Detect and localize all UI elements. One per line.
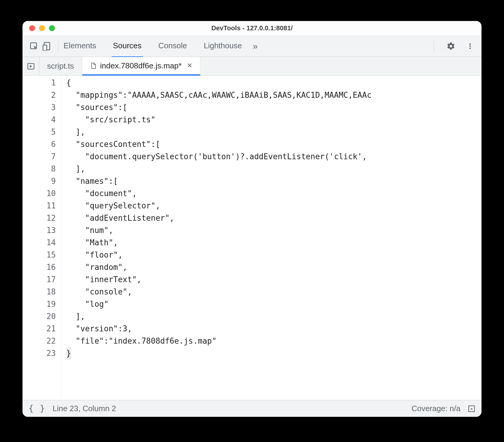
titlebar: DevTools - 127.0.0.1:8081/ [22,21,482,35]
cursor-position: Line 23, Column 2 [53,404,116,413]
main-toolbar: Elements Sources Console Lighthouse » [22,35,482,57]
line-number: 21 [22,323,56,335]
tab-console[interactable]: Console [157,35,188,57]
file-tab-sourcemap[interactable]: index.7808df6e.js.map* ✕ [82,57,201,76]
devtools-window: DevTools - 127.0.0.1:8081/ Elements Sour… [22,21,482,417]
code-line[interactable]: "floor", [66,249,482,261]
line-number: 18 [22,286,56,298]
code-line[interactable]: "document", [66,187,482,200]
code-line[interactable]: "querySelector", [66,200,482,212]
svg-point-3 [470,43,471,45]
tab-lighthouse[interactable]: Lighthouse [202,35,243,57]
drawer-toggle-icon[interactable] [468,405,476,413]
toolbar-divider [434,40,434,52]
code-line[interactable]: "innerText", [66,273,482,286]
more-tabs-icon[interactable]: » [253,41,258,51]
kebab-menu-icon[interactable] [464,40,477,53]
file-icon [90,62,97,70]
code-line[interactable]: "document.querySelector('button')?.addEv… [66,151,482,163]
line-number: 14 [22,237,56,249]
code-line[interactable]: "console", [66,286,482,298]
file-tab-script-ts[interactable]: script.ts [39,57,82,75]
coverage-status: Coverage: n/a [412,404,460,413]
line-number-gutter: 1234567891011121314151617181920212223 [22,76,62,400]
zoom-window-button[interactable] [49,25,55,31]
code-line[interactable]: "file":"index.7808df6e.js.map" [66,335,482,347]
code-line[interactable]: "Math", [66,237,482,249]
source-editor[interactable]: 1234567891011121314151617181920212223 { … [22,76,482,400]
code-content[interactable]: { "mappings":"AAAAA,SAASC,cAAc,WAAWC,iBA… [62,76,482,400]
file-tab-label: index.7808df6e.js.map* [100,61,182,70]
line-number: 4 [22,114,56,126]
line-number: 2 [22,89,56,101]
line-number: 9 [22,175,56,187]
line-number: 22 [22,335,56,347]
code-line[interactable]: "num", [66,224,482,237]
code-line[interactable]: "addEventListener", [66,212,482,224]
code-line[interactable]: "sourcesContent":[ [66,138,482,151]
code-line[interactable]: ], [66,310,482,323]
traffic-lights [22,25,55,31]
svg-rect-2 [43,45,47,51]
line-number: 11 [22,200,56,212]
panel-tabs: Elements Sources Console Lighthouse [62,35,243,57]
line-number: 16 [22,261,56,273]
code-line[interactable]: { [66,77,482,89]
line-number: 13 [22,224,56,237]
statusbar: { } Line 23, Column 2 Coverage: n/a [22,400,482,417]
file-tab-strip: script.ts index.7808df6e.js.map* ✕ [22,57,482,76]
code-line[interactable]: "names":[ [66,175,482,187]
code-line[interactable]: "log" [66,298,482,310]
code-line[interactable]: "src/script.ts" [66,114,482,126]
close-window-button[interactable] [29,25,35,31]
navigator-toggle-icon[interactable] [22,57,39,75]
inspect-element-icon[interactable] [27,40,40,53]
line-number: 8 [22,163,56,175]
code-line[interactable]: ], [66,163,482,175]
minimize-window-button[interactable] [39,25,45,31]
code-line[interactable]: "sources":[ [66,101,482,114]
line-number: 12 [22,212,56,224]
gear-icon[interactable] [444,40,458,53]
code-line[interactable]: ], [66,126,482,138]
line-number: 17 [22,273,56,286]
code-line[interactable]: "version":3, [66,323,482,335]
line-number: 5 [22,126,56,138]
line-number: 1 [22,77,56,89]
svg-point-5 [470,47,471,49]
close-icon[interactable]: ✕ [187,62,192,70]
pretty-print-icon[interactable]: { } [28,404,46,414]
device-toolbar-icon[interactable] [40,40,54,53]
line-number: 7 [22,151,56,163]
svg-point-4 [470,45,471,47]
line-number: 15 [22,249,56,261]
toolbar-divider [58,40,58,52]
line-number: 6 [22,138,56,151]
line-number: 23 [22,347,56,360]
code-line[interactable]: "mappings":"AAAAA,SAASC,cAAc,WAAWC,iBAAi… [66,89,482,101]
tab-sources[interactable]: Sources [112,35,142,58]
line-number: 19 [22,298,56,310]
tab-elements[interactable]: Elements [62,35,97,57]
line-number: 20 [22,310,56,323]
code-line[interactable]: } [66,347,482,360]
window-title: DevTools - 127.0.0.1:8081/ [22,24,482,32]
file-tab-label: script.ts [47,61,74,71]
code-line[interactable]: "random", [66,261,482,273]
line-number: 10 [22,187,56,200]
line-number: 3 [22,101,56,114]
